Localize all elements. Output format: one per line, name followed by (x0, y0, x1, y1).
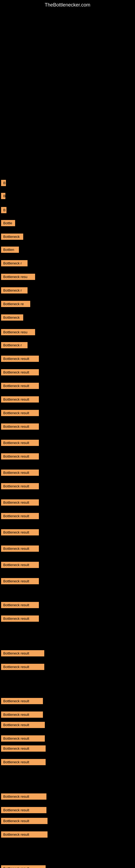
bottleneck-item: Bottleneck result (1, 369, 39, 375)
bottleneck-item: Bottleneck result (1, 453, 39, 460)
bottleneck-item: Bottleneck result (1, 735, 45, 742)
bottleneck-item: Bottleneck result (1, 424, 39, 430)
bottleneck-item: Bottleneck result (1, 546, 39, 552)
bottleneck-item: Bottleneck result (1, 712, 43, 718)
bottleneck-item: Bottleneck result (1, 578, 39, 584)
bottleneck-item: Bottleneck result (1, 355, 39, 362)
bottleneck-item: Bottleneck resu (1, 274, 35, 280)
bottleneck-item: Bottleneck result (1, 383, 39, 389)
bottleneck-item: Bottleneck result (1, 794, 46, 800)
bottleneck-item: Bottleneck re (1, 301, 30, 307)
bottleneck-item: Bottleneck result (1, 410, 39, 416)
bottleneck-item: Bottleneck result (1, 483, 39, 489)
bottleneck-item: Bottleneck result (1, 722, 45, 728)
bottleneck-item: Bottleneck result (1, 469, 39, 476)
bottleneck-item: Bottleneck result (1, 396, 39, 403)
bottleneck-item: Bottleneck result (1, 529, 39, 535)
bottleneck-item: Bottleneck (1, 314, 23, 321)
bottleneck-item: B (1, 180, 6, 186)
bottleneck-item: Bottleneck result (1, 499, 39, 506)
bottleneck-item: Bottleneck result (1, 831, 48, 838)
bottleneck-item: Bottleneck result (1, 759, 46, 765)
bottleneck-item: Bottleneck r (1, 287, 28, 293)
bottleneck-item: Bottleneck result (1, 602, 39, 608)
bottleneck-item: Bottleneck result (1, 698, 43, 704)
bottleneck-item: Bottleneck result (1, 807, 46, 813)
bottleneck-item: Bottleneck result (1, 664, 44, 670)
bottleneck-item: Bottleneck resu (1, 329, 35, 335)
bottleneck-item: Bottleneck result (1, 440, 39, 446)
bottleneck-item: Bottleneck r (1, 260, 28, 267)
site-title: TheBottlenecker.com (0, 0, 135, 10)
bottleneck-item: Bottlen (1, 247, 19, 253)
bottleneck-item: Bottleneck result (1, 745, 46, 752)
bottleneck-item: Bottleneck result (1, 562, 39, 568)
bottleneck-item: B (1, 207, 6, 213)
bottleneck-item: B (1, 193, 5, 199)
bottleneck-item: Bottle (1, 220, 15, 226)
bottleneck-item: Bottleneck result (1, 865, 46, 868)
bottleneck-item: Bottleneck result (1, 513, 39, 519)
bottleneck-item: Bottleneck (1, 234, 23, 240)
bottleneck-item: Bottleneck r (1, 342, 28, 348)
bottleneck-item: Bottleneck result (1, 616, 39, 622)
bottleneck-item: Bottleneck result (1, 650, 44, 656)
bottleneck-item: Bottleneck result (1, 818, 48, 824)
